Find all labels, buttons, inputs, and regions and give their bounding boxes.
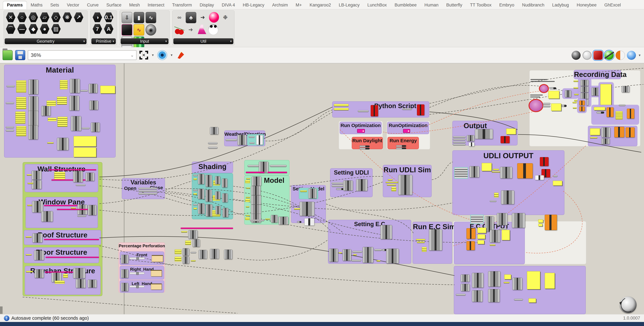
node-slider[interactable] <box>194 178 197 180</box>
node-comp[interactable] <box>198 203 205 214</box>
node-sstack[interactable] <box>46 100 56 106</box>
node-slider[interactable] <box>246 206 250 208</box>
node-comp[interactable] <box>182 256 189 264</box>
node-comp[interactable] <box>32 233 42 243</box>
node-compw[interactable] <box>256 135 263 145</box>
node-comp[interactable] <box>89 84 98 93</box>
node-comp[interactable] <box>41 106 50 116</box>
display-dropdown[interactable]: ▾ <box>638 53 642 57</box>
node-slider[interactable] <box>191 260 196 262</box>
node-panel[interactable] <box>527 271 540 289</box>
node-cap[interactable] <box>249 136 254 138</box>
node-comp[interactable] <box>501 190 514 204</box>
node-pink[interactable] <box>44 239 99 240</box>
menu-tab-intersect[interactable]: Intersect <box>144 1 168 9</box>
node-comp[interactable] <box>215 176 220 184</box>
node-comp[interactable] <box>32 171 42 180</box>
node-comp[interactable] <box>206 190 212 202</box>
node-paneltan[interactable] <box>151 270 162 276</box>
node-pink[interactable] <box>48 169 96 170</box>
node-comp[interactable] <box>342 249 351 261</box>
node-cap[interactable] <box>6 85 15 87</box>
node-sstack[interactable] <box>15 111 26 124</box>
node-comp[interactable] <box>512 213 525 228</box>
node-comp[interactable] <box>206 204 212 217</box>
node-panel[interactable] <box>482 163 492 171</box>
node-cap[interactable] <box>250 142 254 144</box>
node-sstack[interactable] <box>54 172 65 180</box>
menu-tab-embryo[interactable]: Embryo <box>495 1 518 9</box>
knob-icon[interactable]: ◉ <box>146 24 156 35</box>
node-orange[interactable] <box>606 107 614 117</box>
node-panel[interactable] <box>478 240 484 244</box>
node-cap[interactable] <box>619 104 626 106</box>
group-recording-data[interactable]: Recording Data <box>574 70 621 79</box>
node-slider[interactable] <box>590 137 598 138</box>
node-comp[interactable] <box>251 214 261 223</box>
node-panel[interactable] <box>548 91 559 99</box>
menu-tab-ladybug[interactable]: Ladybug <box>548 1 573 9</box>
node-comp[interactable] <box>198 250 207 259</box>
node-comp[interactable] <box>343 180 353 191</box>
cluster-icon[interactable]: ❉ <box>220 12 230 23</box>
boolean-icon[interactable]: ◑ <box>92 12 102 23</box>
node-comp[interactable] <box>472 290 482 302</box>
node-comp[interactable] <box>32 180 42 189</box>
node-slider[interactable] <box>416 239 425 241</box>
node-comp[interactable] <box>580 80 589 86</box>
node-capd[interactable] <box>596 111 604 114</box>
node-comp[interactable] <box>121 269 128 278</box>
node-compw[interactable] <box>304 218 314 226</box>
node-slider[interactable] <box>194 208 197 210</box>
jar-icon[interactable] <box>209 12 219 23</box>
shaded-preview-icon[interactable] <box>594 51 602 60</box>
node-comp[interactable] <box>210 127 218 134</box>
line-icon[interactable]: — <box>17 23 27 34</box>
menu-tab-sets[interactable]: Sets <box>46 1 63 9</box>
node-pink[interactable] <box>57 209 92 210</box>
node-panel[interactable] <box>551 103 561 111</box>
node-toggle[interactable] <box>357 129 365 133</box>
node-cap[interactable] <box>226 139 237 141</box>
node-comp[interactable] <box>251 195 261 205</box>
paintbrush-icon[interactable] <box>176 50 185 60</box>
node-slider[interactable] <box>504 282 510 283</box>
node-cap[interactable] <box>543 105 550 107</box>
node-cap[interactable] <box>250 220 264 221</box>
node-comp[interactable] <box>497 213 508 225</box>
node-comp[interactable] <box>206 175 212 187</box>
node-cap[interactable] <box>351 260 361 262</box>
relay-light-icon[interactable]: ➜ <box>186 24 196 35</box>
node-sstack[interactable] <box>245 217 250 220</box>
node-sstack[interactable] <box>245 199 250 202</box>
surface-icon[interactable]: ▱ <box>40 12 50 23</box>
wireframe-preview-icon[interactable] <box>582 51 592 60</box>
node-scrib[interactable] <box>530 96 540 97</box>
node-clist[interactable] <box>454 167 468 179</box>
node-comp[interactable] <box>88 205 96 215</box>
node-cap[interactable] <box>193 189 198 191</box>
node-paneltan[interactable] <box>152 255 163 262</box>
node-comp[interactable] <box>32 201 43 213</box>
node-capd[interactable] <box>561 105 567 107</box>
node-red[interactable] <box>371 105 378 116</box>
node-comp[interactable] <box>251 205 261 214</box>
node-comp[interactable] <box>71 116 81 131</box>
node-scrib[interactable] <box>530 81 555 82</box>
brep-icon[interactable]: ● <box>40 23 50 34</box>
menu-tab-lb-legacy[interactable]: LB-Legacy <box>335 1 364 9</box>
curve-icon[interactable]: ⌒ <box>6 23 16 34</box>
node-panel[interactable] <box>590 128 600 135</box>
node-slider[interactable] <box>388 179 393 181</box>
twisted-box-icon[interactable]: ▨ <box>51 23 61 34</box>
node-cap[interactable] <box>77 215 86 217</box>
node-comp[interactable] <box>469 166 479 177</box>
node-comp[interactable] <box>386 249 399 264</box>
node-clist[interactable] <box>470 215 484 224</box>
node-comp[interactable] <box>41 211 53 222</box>
node-cap[interactable] <box>352 251 362 253</box>
node-cap[interactable] <box>553 175 558 177</box>
node-comp[interactable] <box>308 188 317 199</box>
node-pink[interactable] <box>268 172 287 173</box>
node-track[interactable] <box>130 257 145 259</box>
